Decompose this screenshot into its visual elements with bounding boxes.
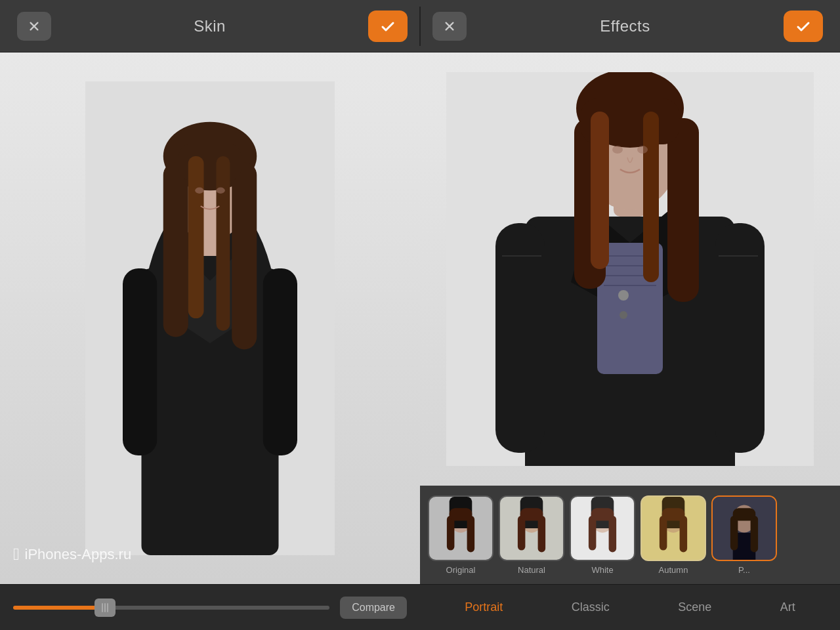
svg-point-45 xyxy=(612,146,623,154)
filter-white-thumbnail[interactable] xyxy=(570,495,635,561)
filter-natural-thumbnail[interactable] xyxy=(499,495,564,561)
svg-rect-41 xyxy=(667,118,699,302)
svg-rect-58 xyxy=(520,508,543,520)
slider-section: Compare xyxy=(0,597,420,619)
filter-white-label: White xyxy=(591,565,613,575)
tab-portrait[interactable]: Portrait xyxy=(454,595,513,620)
bottom-bar: Compare Portrait Classic Scene Art xyxy=(0,584,840,630)
svg-rect-69 xyxy=(680,515,688,552)
svg-rect-10 xyxy=(263,268,297,455)
effects-photo-area xyxy=(420,52,840,486)
svg-point-32 xyxy=(620,311,627,319)
svg-rect-50 xyxy=(447,515,455,550)
effects-confirm-button[interactable] xyxy=(784,10,823,42)
svg-rect-70 xyxy=(662,508,685,520)
intensity-slider[interactable] xyxy=(13,606,329,610)
svg-rect-34 xyxy=(715,223,765,453)
thumb-line-3 xyxy=(107,603,108,612)
svg-rect-51 xyxy=(467,515,475,552)
top-bar: Skin Effects xyxy=(0,0,840,52)
compare-button[interactable]: Compare xyxy=(340,597,407,619)
filter-natural-label: Natural xyxy=(518,565,545,575)
filter-autumn-thumbnail[interactable] xyxy=(640,495,706,561)
category-tabs: Portrait Classic Scene Art xyxy=(420,595,840,620)
skin-section-header: Skin xyxy=(10,10,414,42)
svg-rect-74 xyxy=(730,515,738,550)
skin-photo-panel:  iPhones-Apps.ru xyxy=(0,52,420,584)
svg-point-20 xyxy=(217,188,225,194)
effects-cancel-button[interactable] xyxy=(432,12,467,41)
thumb-line-2 xyxy=(104,603,106,612)
thumb-line-1 xyxy=(102,603,103,612)
filter-p-thumbnail[interactable] xyxy=(711,495,777,561)
svg-rect-56 xyxy=(518,515,526,550)
filter-original[interactable]: Original xyxy=(428,495,494,575)
effects-section-header: Effects xyxy=(426,10,830,42)
svg-rect-17 xyxy=(188,156,204,318)
filter-original-thumbnail[interactable] xyxy=(428,495,494,561)
svg-rect-64 xyxy=(591,508,614,520)
svg-rect-33 xyxy=(495,223,545,453)
watermark:  iPhones-Apps.ru xyxy=(13,544,131,564)
filter-strip: Original Natural xyxy=(420,486,840,584)
filter-natural[interactable]: Natural xyxy=(499,495,564,575)
filter-autumn-label: Autumn xyxy=(659,565,688,575)
filter-p-label: P... xyxy=(738,565,750,575)
svg-rect-68 xyxy=(660,515,667,550)
effects-photo-background xyxy=(420,52,840,486)
skin-title: Skin xyxy=(194,17,226,35)
svg-rect-76 xyxy=(733,508,756,520)
skin-photo-background xyxy=(0,52,420,584)
skin-person-figure xyxy=(85,69,335,568)
svg-point-46 xyxy=(637,146,648,154)
svg-rect-18 xyxy=(217,156,230,331)
svg-rect-75 xyxy=(751,515,759,552)
tab-scene[interactable]: Scene xyxy=(667,595,722,620)
watermark-text: iPhones-Apps.ru xyxy=(25,546,132,563)
filter-p[interactable]: P... xyxy=(711,495,777,575)
header-divider xyxy=(419,7,421,46)
main-content:  iPhones-Apps.ru xyxy=(0,52,840,584)
svg-rect-14 xyxy=(163,163,188,337)
svg-rect-57 xyxy=(538,515,546,552)
svg-rect-62 xyxy=(589,515,597,550)
skin-cancel-button[interactable] xyxy=(17,12,51,41)
effects-panel: Original Natural xyxy=(420,52,840,584)
effects-person-figure xyxy=(446,72,814,466)
filter-autumn[interactable]: Autumn xyxy=(640,495,706,575)
effects-title: Effects xyxy=(600,17,650,35)
filter-original-label: Original xyxy=(446,565,476,575)
tab-classic[interactable]: Classic xyxy=(561,595,620,620)
svg-rect-63 xyxy=(609,515,617,552)
svg-rect-44 xyxy=(643,112,659,282)
apple-logo-icon:  xyxy=(13,544,20,564)
slider-thumb[interactable] xyxy=(94,598,116,617)
tab-art[interactable]: Art xyxy=(770,595,806,620)
skin-confirm-button[interactable] xyxy=(368,10,408,42)
svg-rect-9 xyxy=(123,268,157,455)
svg-rect-52 xyxy=(450,508,472,520)
svg-rect-15 xyxy=(232,163,257,350)
svg-rect-43 xyxy=(591,112,609,269)
filter-white[interactable]: White xyxy=(570,495,635,575)
svg-point-19 xyxy=(195,188,203,194)
svg-point-31 xyxy=(618,290,629,301)
